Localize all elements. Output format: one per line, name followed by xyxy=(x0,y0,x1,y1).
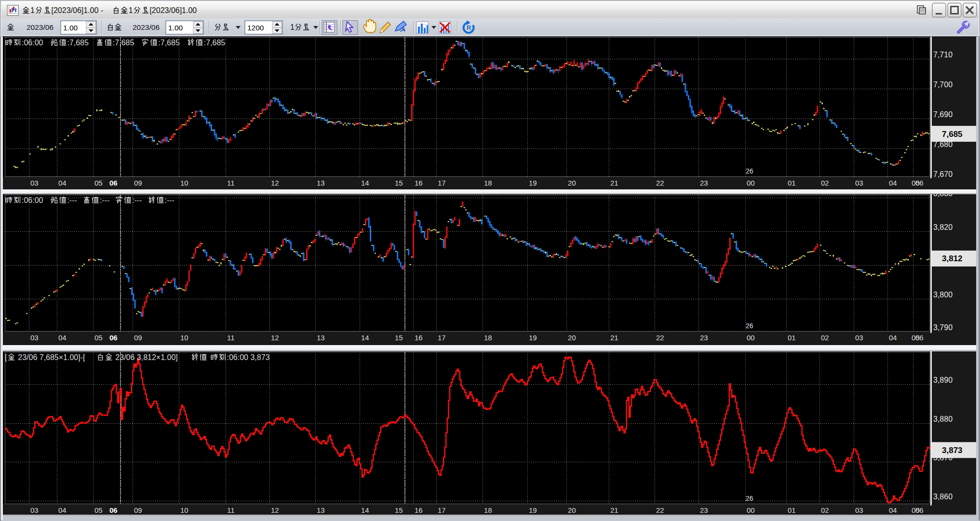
svg-text:05: 05 xyxy=(94,506,103,514)
svg-text:R: R xyxy=(467,24,471,31)
svg-text:06: 06 xyxy=(915,334,924,342)
svg-text:01: 01 xyxy=(788,179,796,187)
svg-text::7,685: :7,685 xyxy=(158,39,182,47)
svg-text:[2023/06]1.00: [2023/06]1.00 xyxy=(149,6,197,14)
svg-text:[2023/06]1.00 -: [2023/06]1.00 - xyxy=(52,6,106,14)
svg-text:02: 02 xyxy=(821,334,829,342)
svg-text:19: 19 xyxy=(529,506,537,514)
svg-text:7,700: 7,700 xyxy=(933,80,953,89)
svg-text:23/06 7,685×1.00]-[: 23/06 7,685×1.00]-[ xyxy=(16,353,85,361)
svg-text:01: 01 xyxy=(788,334,796,342)
svg-text:16: 16 xyxy=(415,334,423,342)
svg-text::7,685: :7,685 xyxy=(67,39,91,47)
svg-text:7,670: 7,670 xyxy=(933,170,953,178)
svg-text:23: 23 xyxy=(700,334,708,342)
svg-text:12: 12 xyxy=(271,506,279,514)
svg-text:00: 00 xyxy=(747,179,755,187)
svg-text::06:00: :06:00 xyxy=(22,39,45,47)
svg-text:10: 10 xyxy=(180,334,188,342)
svg-text:23: 23 xyxy=(700,179,708,187)
svg-text:3,860: 3,860 xyxy=(933,493,953,501)
svg-text:2023/06: 2023/06 xyxy=(133,23,160,31)
svg-text:03: 03 xyxy=(30,334,39,342)
svg-text:22: 22 xyxy=(656,179,664,187)
svg-text:20: 20 xyxy=(568,506,576,514)
svg-text::---: :--- xyxy=(165,196,175,204)
svg-text:12: 12 xyxy=(271,179,279,187)
svg-text:02: 02 xyxy=(821,179,829,187)
svg-text:13: 13 xyxy=(317,179,325,187)
svg-text:06: 06 xyxy=(109,179,118,187)
svg-text:[: [ xyxy=(5,353,7,361)
svg-text:10: 10 xyxy=(180,506,188,514)
svg-text:04: 04 xyxy=(58,506,67,514)
svg-text::06:00: :06:00 xyxy=(22,196,45,204)
svg-text:00: 00 xyxy=(747,334,755,342)
svg-text:1: 1 xyxy=(30,6,35,14)
svg-text:09: 09 xyxy=(134,506,142,514)
svg-text:16: 16 xyxy=(415,506,423,514)
svg-text:09: 09 xyxy=(134,334,142,342)
svg-text:20: 20 xyxy=(568,179,576,187)
svg-text:15: 15 xyxy=(395,334,403,342)
svg-text:7,710: 7,710 xyxy=(933,51,953,59)
svg-text:20: 20 xyxy=(568,334,576,342)
svg-text::---: :--- xyxy=(132,196,144,204)
svg-text:05: 05 xyxy=(94,179,103,187)
svg-text:17: 17 xyxy=(438,334,446,342)
svg-text:16: 16 xyxy=(415,179,423,187)
svg-text:01: 01 xyxy=(788,506,796,514)
svg-text:11: 11 xyxy=(227,334,235,342)
svg-text:14: 14 xyxy=(361,179,369,187)
svg-text:04: 04 xyxy=(889,179,897,187)
svg-text:03: 03 xyxy=(855,179,863,187)
svg-text:2023/06: 2023/06 xyxy=(27,23,54,31)
svg-text:19: 19 xyxy=(529,334,537,342)
svg-text::---: :--- xyxy=(67,196,79,204)
svg-text:18: 18 xyxy=(484,506,492,514)
svg-text:3,873: 3,873 xyxy=(942,446,963,455)
svg-text:26: 26 xyxy=(746,322,753,330)
svg-text::---: :--- xyxy=(100,196,112,204)
svg-text:1.00: 1.00 xyxy=(63,24,78,32)
svg-text:18: 18 xyxy=(484,179,492,187)
svg-text:3,812: 3,812 xyxy=(942,254,963,263)
svg-text:06: 06 xyxy=(915,506,924,514)
svg-text:13: 13 xyxy=(317,334,325,342)
svg-text:13: 13 xyxy=(317,506,325,514)
svg-text:19: 19 xyxy=(529,179,537,187)
svg-text:04: 04 xyxy=(58,179,67,187)
svg-text:06: 06 xyxy=(109,506,118,514)
svg-text:00: 00 xyxy=(747,506,755,514)
svg-text::7,685: :7,685 xyxy=(113,39,136,47)
svg-text:15: 15 xyxy=(395,506,403,514)
svg-text:14: 14 xyxy=(361,506,369,514)
svg-text:11: 11 xyxy=(227,506,235,514)
svg-text:21: 21 xyxy=(610,179,618,187)
svg-text:18: 18 xyxy=(484,334,492,342)
svg-text:15: 15 xyxy=(395,179,403,187)
svg-text:17: 17 xyxy=(438,179,446,187)
svg-text:3,880: 3,880 xyxy=(933,415,953,423)
svg-text:04: 04 xyxy=(58,334,67,342)
svg-text:23: 23 xyxy=(700,506,708,514)
svg-text:03: 03 xyxy=(30,506,39,514)
svg-text:05: 05 xyxy=(94,334,103,342)
svg-text:21: 21 xyxy=(610,334,618,342)
svg-text:26: 26 xyxy=(746,167,753,175)
svg-text:21: 21 xyxy=(610,506,618,514)
svg-text:3,790: 3,790 xyxy=(933,323,953,332)
svg-text:04: 04 xyxy=(889,334,897,342)
svg-text:03: 03 xyxy=(30,179,39,187)
svg-text:22: 22 xyxy=(656,334,664,342)
svg-text:11: 11 xyxy=(227,179,235,187)
svg-text:10: 10 xyxy=(180,179,188,187)
svg-text:17: 17 xyxy=(438,506,446,514)
svg-text:23/06 3,812×1.00]: 23/06 3,812×1.00] xyxy=(113,353,180,361)
svg-text:04: 04 xyxy=(889,506,897,514)
svg-text:26: 26 xyxy=(746,494,753,502)
svg-text:7,690: 7,690 xyxy=(933,110,953,119)
svg-text:09: 09 xyxy=(134,179,142,187)
svg-text:3,890: 3,890 xyxy=(933,376,953,384)
svg-text:1: 1 xyxy=(129,6,133,14)
